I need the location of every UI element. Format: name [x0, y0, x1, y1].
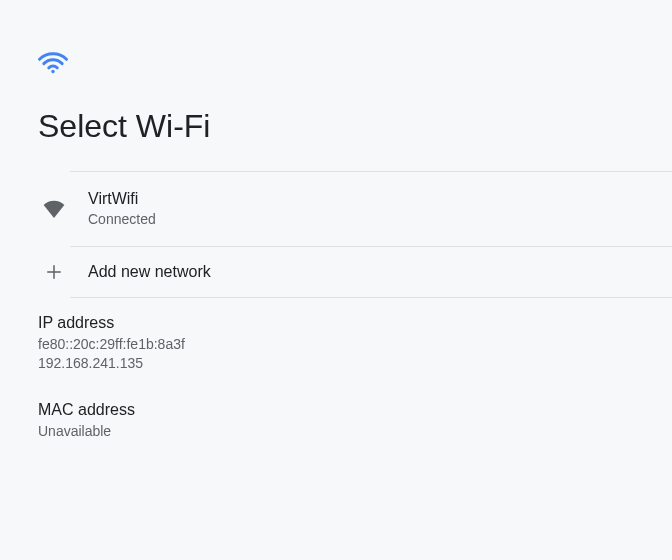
plus-icon	[38, 263, 70, 281]
mac-address-block: MAC address Unavailable	[38, 401, 634, 441]
add-network-text: Add new network	[88, 263, 211, 281]
mac-address-value: Unavailable	[38, 422, 634, 441]
network-list: VirtWifi Connected Add new network	[0, 171, 672, 298]
wifi-icon	[38, 52, 634, 78]
network-item-virtwifi[interactable]: VirtWifi Connected	[38, 172, 672, 246]
ip-address-label: IP address	[38, 314, 634, 332]
page-title: Select Wi-Fi	[38, 108, 634, 145]
ip-address-ipv4: 192.168.241.135	[38, 354, 634, 373]
network-text: VirtWifi Connected	[88, 188, 156, 230]
mac-address-label: MAC address	[38, 401, 634, 419]
info-section: IP address fe80::20c:29ff:fe1b:8a3f 192.…	[0, 298, 672, 441]
add-network-item[interactable]: Add new network	[38, 247, 672, 297]
network-status: Connected	[88, 210, 156, 230]
svg-point-0	[51, 70, 54, 73]
wifi-signal-icon	[38, 200, 70, 218]
ip-address-block: IP address fe80::20c:29ff:fe1b:8a3f 192.…	[38, 314, 634, 373]
ip-address-ipv6: fe80::20c:29ff:fe1b:8a3f	[38, 335, 634, 354]
add-network-label: Add new network	[88, 263, 211, 281]
header: Select Wi-Fi	[0, 0, 672, 171]
network-name: VirtWifi	[88, 188, 156, 210]
